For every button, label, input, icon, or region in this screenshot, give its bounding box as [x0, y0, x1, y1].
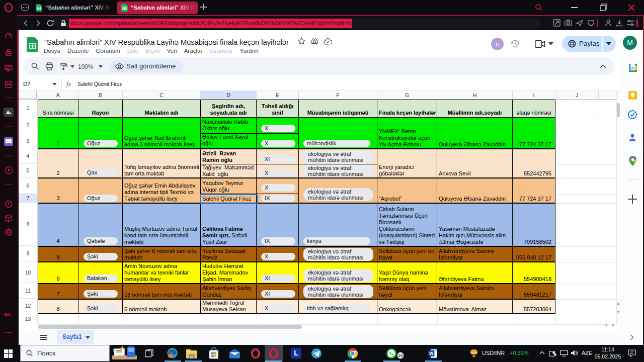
svg-text:31: 31	[631, 66, 635, 70]
